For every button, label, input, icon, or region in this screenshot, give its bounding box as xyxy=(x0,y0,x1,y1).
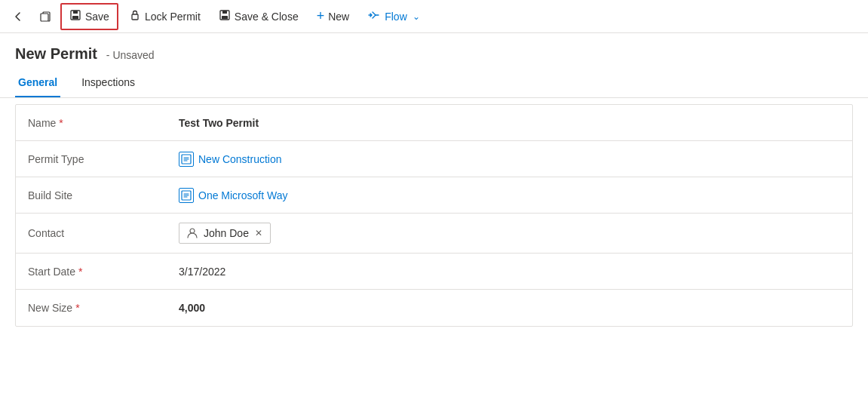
new-icon: + xyxy=(317,8,325,24)
person-icon xyxy=(186,226,199,240)
contact-chip: John Doe ✕ xyxy=(179,223,271,244)
restore-button[interactable] xyxy=(33,5,57,29)
flow-icon xyxy=(367,9,381,24)
value-contact: John Doe ✕ xyxy=(167,214,852,253)
label-permit-type: Permit Type xyxy=(16,144,167,174)
lock-permit-button[interactable]: Lock Permit xyxy=(121,5,208,29)
svg-rect-0 xyxy=(41,14,48,21)
label-name: Name * xyxy=(16,108,167,138)
svg-point-10 xyxy=(190,229,195,233)
required-star-start-date: * xyxy=(78,266,82,278)
contact-remove-button[interactable]: ✕ xyxy=(253,229,264,238)
permit-type-link[interactable]: New Construction xyxy=(179,152,840,167)
save-icon xyxy=(69,9,81,24)
flow-label: Flow xyxy=(385,11,407,23)
svg-rect-6 xyxy=(222,11,227,14)
value-permit-type[interactable]: New Construction xyxy=(167,143,852,176)
value-name: Test Two Permit xyxy=(167,108,852,138)
tab-general[interactable]: General xyxy=(15,69,60,97)
save-close-icon xyxy=(219,9,231,24)
required-star-new-size: * xyxy=(75,302,79,314)
form-row-new-size: New Size * 4,000 xyxy=(16,290,852,326)
label-start-date: Start Date * xyxy=(16,257,167,287)
new-button[interactable]: + New xyxy=(309,4,357,29)
svg-rect-3 xyxy=(72,16,78,19)
new-label: New xyxy=(328,11,349,23)
form-container: Name * Test Two Permit Permit Type New C… xyxy=(15,104,853,327)
page-subtitle: - Unsaved xyxy=(106,49,155,61)
lock-icon xyxy=(129,9,141,24)
toolbar: Save Lock Permit Save & Close + New xyxy=(0,0,868,33)
form-row-build-site: Build Site One Microsoft Way xyxy=(16,177,852,214)
permit-type-entity-icon xyxy=(179,152,194,167)
value-new-size: 4,000 xyxy=(167,293,852,323)
required-star-name: * xyxy=(59,117,63,129)
form-row-start-date: Start Date * 3/17/2022 xyxy=(16,254,852,290)
flow-button[interactable]: Flow ⌄ xyxy=(360,5,428,29)
lock-permit-label: Lock Permit xyxy=(145,11,201,23)
svg-rect-7 xyxy=(222,16,228,19)
save-close-button[interactable]: Save & Close xyxy=(211,5,306,29)
save-label: Save xyxy=(85,11,109,23)
contact-name: John Doe xyxy=(204,227,249,239)
label-new-size: New Size * xyxy=(16,293,167,323)
value-build-site[interactable]: One Microsoft Way xyxy=(167,179,852,212)
form-row-contact: Contact John Doe ✕ xyxy=(16,214,852,254)
page-header: New Permit - Unsaved xyxy=(0,33,868,69)
build-site-link[interactable]: One Microsoft Way xyxy=(179,188,840,203)
flow-chevron-icon: ⌄ xyxy=(413,11,420,22)
tab-inspections[interactable]: Inspections xyxy=(78,69,138,97)
svg-rect-2 xyxy=(73,11,78,14)
label-contact: Contact xyxy=(16,218,167,248)
value-start-date: 3/17/2022 xyxy=(167,257,852,287)
svg-rect-4 xyxy=(132,14,138,20)
build-site-entity-icon xyxy=(179,188,194,203)
save-button[interactable]: Save xyxy=(60,3,118,30)
back-button[interactable] xyxy=(6,5,30,29)
label-build-site: Build Site xyxy=(16,180,167,211)
save-close-label: Save & Close xyxy=(235,11,299,23)
form-row-permit-type: Permit Type New Construction xyxy=(16,141,852,177)
tabs: General Inspections xyxy=(0,69,868,98)
page-title: New Permit xyxy=(15,45,97,62)
form-row-name: Name * Test Two Permit xyxy=(16,105,852,141)
